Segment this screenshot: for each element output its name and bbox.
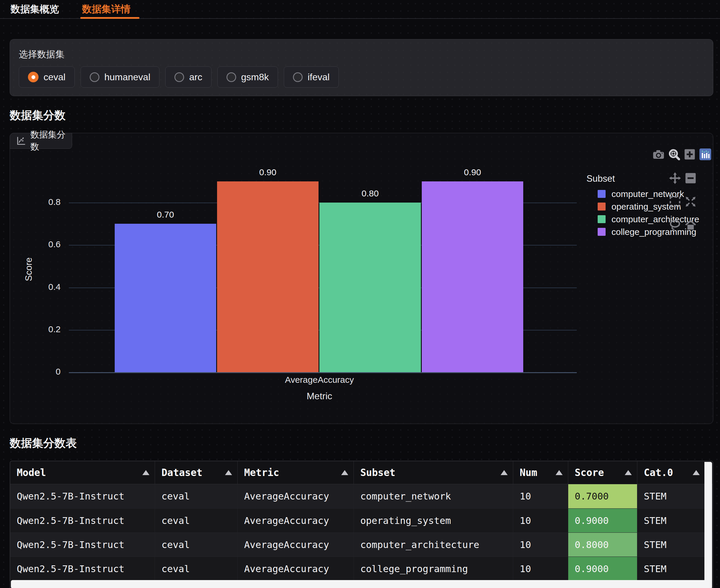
bar-computer_network[interactable] — [115, 224, 216, 372]
table-cell-score: 0.7000 — [568, 484, 637, 508]
horizontal-scrollbar[interactable] — [11, 580, 704, 588]
plot-modebar-row2 — [669, 172, 697, 184]
pan-icon[interactable] — [669, 172, 681, 184]
zoom-out-icon[interactable] — [685, 172, 697, 184]
table-row: Qwen2.5-7B-InstructcevalAverageAccuracyo… — [10, 508, 713, 532]
autoscale-icon[interactable] — [685, 196, 697, 208]
sort-arrow-icon — [500, 470, 508, 475]
reset-home-icon[interactable] — [685, 219, 697, 231]
legend-swatch-icon — [598, 228, 605, 236]
table-row: Qwen2.5-7B-InstructcevalAverageAccuracyc… — [10, 532, 713, 556]
radio-option-label: ifeval — [308, 72, 330, 83]
vertical-scrollbar[interactable] — [704, 462, 712, 588]
bar-college_programming[interactable] — [422, 182, 523, 372]
column-header-label: Dataset — [162, 467, 202, 478]
plotly-logo-icon[interactable] — [699, 148, 711, 160]
table-column-header[interactable]: Metric — [238, 461, 354, 484]
table-cell-subset: computer_architecture — [354, 533, 513, 556]
radio-option-label: humaneval — [104, 72, 150, 83]
camera-icon[interactable] — [653, 148, 664, 160]
bar-operating_system[interactable] — [217, 182, 318, 372]
bar-value-label: 0.90 — [422, 167, 523, 177]
table-cell-cat-0: STEM — [637, 484, 705, 508]
bar-value-label: 0.70 — [115, 210, 216, 219]
column-header-label: Model — [17, 467, 46, 478]
plot-modebar-row4 — [669, 219, 697, 231]
table-cell-model: Qwen2.5-7B-Instruct — [10, 484, 155, 508]
radio-circle-icon — [293, 72, 303, 82]
y-tick-label: 0.8 — [28, 197, 61, 207]
dataset-selector-panel: 选择数据集 ceval humaneval arc gsm8k ifeval — [10, 39, 713, 96]
lasso-icon[interactable] — [669, 219, 681, 231]
chart-panel-tab-label: 数据集分数 — [30, 129, 72, 153]
table-cell-dataset: ceval — [155, 533, 238, 556]
page-content: 选择数据集 ceval humaneval arc gsm8k ifeval 数… — [0, 39, 720, 588]
zoom-in-icon[interactable] — [684, 148, 696, 160]
table-cell-cat-0: STEM — [637, 509, 705, 532]
bar-computer_architecture[interactable] — [320, 203, 421, 372]
dataset-radio-option[interactable]: humaneval — [81, 66, 160, 88]
box-select-icon[interactable] — [669, 196, 681, 208]
sort-arrow-icon — [142, 470, 149, 475]
legend-swatch-icon — [598, 190, 605, 198]
table-row: Qwen2.5-7B-InstructcevalAverageAccuracyc… — [10, 556, 713, 581]
dataset-radio-option[interactable]: arc — [165, 66, 211, 88]
plot-modebar-row1 — [653, 148, 711, 160]
dataset-radio-option[interactable]: gsm8k — [217, 66, 278, 88]
column-header-label: Metric — [244, 467, 279, 478]
plot-modebar-row3 — [669, 196, 697, 208]
chart-panel-tab[interactable]: 数据集分数 — [10, 133, 72, 149]
sort-arrow-icon — [625, 470, 632, 475]
radio-option-label: ceval — [43, 72, 66, 83]
table-cell-num: 10 — [513, 557, 568, 581]
legend-swatch-icon — [598, 215, 605, 223]
table-column-header[interactable]: Cat.0 — [637, 461, 705, 484]
tab-dataset-overview[interactable]: 数据集概览 — [11, 0, 70, 18]
gridline — [69, 372, 577, 373]
table-row: Qwen2.5-7B-InstructcevalAverageAccuracyc… — [10, 484, 713, 508]
table-cell-num: 10 — [513, 533, 568, 556]
table-cell-dataset: ceval — [155, 509, 238, 532]
column-header-label: Cat.0 — [644, 467, 673, 478]
table-column-header[interactable]: Dataset — [155, 461, 238, 484]
radio-circle-icon — [174, 72, 184, 82]
column-header-label: Score — [575, 467, 604, 478]
tab-dataset-detail[interactable]: 数据集详情 — [82, 0, 141, 18]
zoom-icon[interactable] — [668, 148, 680, 160]
table-cell-cat-0: STEM — [637, 533, 705, 556]
dataset-selector-label: 选择数据集 — [19, 48, 704, 61]
column-header-label: Subset — [360, 467, 395, 478]
table-column-header[interactable]: Subset — [354, 461, 513, 484]
table-cell-model: Qwen2.5-7B-Instruct — [10, 533, 155, 556]
table-column-header[interactable]: Score — [568, 461, 637, 484]
table-cell-subset: computer_network — [354, 484, 513, 508]
table-cell-subset: college_programming — [354, 557, 513, 581]
legend-swatch-icon — [598, 203, 605, 210]
table-cell-score: 0.9000 — [568, 509, 637, 532]
tab-bar: 数据集概览 数据集详情 — [0, 0, 720, 19]
x-axis-tick-label: AverageAccuracy — [261, 375, 378, 385]
score-chart-panel: 数据集分数 — [10, 133, 713, 424]
bar-value-label: 0.80 — [320, 188, 421, 198]
table-cell-subset: operating_system — [354, 509, 513, 532]
table-column-header[interactable]: Model — [10, 461, 155, 484]
table-cell-metric: AverageAccuracy — [238, 533, 354, 556]
dataset-radio-option[interactable]: ifeval — [284, 66, 339, 88]
chart-section-title: 数据集分数 — [10, 108, 713, 123]
y-tick-label: 0.4 — [28, 282, 61, 292]
dataset-radio-option[interactable]: ceval — [19, 66, 75, 88]
table-cell-metric: AverageAccuracy — [238, 509, 354, 532]
radio-option-label: gsm8k — [241, 72, 269, 83]
radio-circle-icon — [226, 72, 236, 82]
x-axis-title: Metric — [261, 391, 378, 402]
table-cell-model: Qwen2.5-7B-Instruct — [10, 557, 155, 581]
sort-arrow-icon — [225, 470, 232, 475]
radio-circle-icon — [90, 72, 99, 82]
y-axis-title: Score — [23, 257, 34, 281]
table-cell-score: 0.8000 — [568, 533, 637, 556]
table-cell-score: 0.9000 — [568, 557, 637, 581]
table-cell-dataset: ceval — [155, 484, 238, 508]
y-tick-label: 0 — [28, 366, 61, 377]
table-cell-num: 10 — [513, 509, 568, 532]
table-column-header[interactable]: Num — [513, 461, 568, 484]
